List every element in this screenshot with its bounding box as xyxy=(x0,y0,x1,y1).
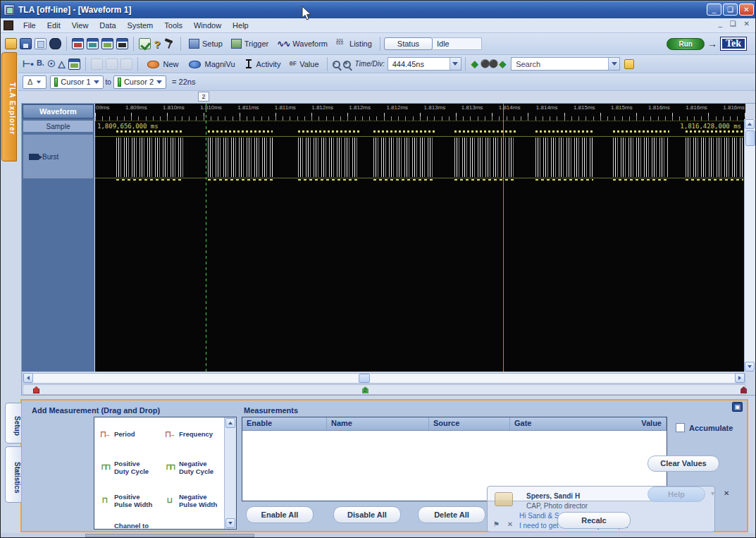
measurement-item[interactable]: PositiveDuty Cycle xyxy=(94,451,159,484)
paste-icon[interactable] xyxy=(120,59,132,70)
open-file-icon[interactable] xyxy=(5,38,17,49)
new-button[interactable]: New xyxy=(142,58,183,70)
trigger-button[interactable]: Trigger xyxy=(227,37,273,50)
help-close-icon[interactable]: ✕ xyxy=(724,489,729,497)
waveform-panel-label[interactable]: Waveform xyxy=(23,104,94,118)
list-scrollbar[interactable] xyxy=(224,417,236,529)
menu-item[interactable]: File xyxy=(18,19,42,32)
marker-strip[interactable]: 2 xyxy=(23,384,745,395)
menu-item[interactable]: Edit xyxy=(42,19,66,32)
measurement-listbox[interactable]: Period Frequency PositiveDuty Cycle xyxy=(94,417,237,530)
zoom-in-icon[interactable]: + xyxy=(343,61,351,68)
activity-button[interactable]: Activity xyxy=(240,57,285,71)
menu-item[interactable]: Tools xyxy=(159,19,188,32)
scroll-down-button[interactable] xyxy=(745,362,755,372)
note-icon[interactable] xyxy=(624,59,634,69)
listing-window-icon[interactable] xyxy=(116,38,128,49)
value-button[interactable]: 0F Value xyxy=(285,59,323,70)
minimize-button[interactable]: _ xyxy=(707,4,721,16)
measurement-item[interactable]: Period xyxy=(94,417,159,451)
breakpoint-icon[interactable]: B. xyxy=(37,59,44,70)
accumulate-checkbox[interactable] xyxy=(676,423,685,432)
search-dropdown[interactable] xyxy=(608,58,619,70)
measurement-item[interactable]: NegativeDuty Cycle xyxy=(159,451,224,484)
bulk-action-button[interactable]: Delete All xyxy=(418,506,485,523)
properties-icon[interactable] xyxy=(139,38,151,49)
search-prev-icon[interactable]: ◆ xyxy=(471,59,478,69)
end-marker-darkred[interactable] xyxy=(740,386,747,393)
menu-item[interactable]: System xyxy=(122,19,159,32)
measurement-item[interactable]: Pattern Match xyxy=(159,517,224,530)
horizontal-scroll-thumb[interactable] xyxy=(359,374,370,383)
list-scroll-down[interactable] xyxy=(225,518,235,528)
menu-item[interactable]: Window xyxy=(188,19,227,32)
waveform-horizontal-scrollbar[interactable] xyxy=(23,373,745,384)
bus-expand-icon[interactable] xyxy=(29,154,39,160)
search-next-icon[interactable]: ◆ xyxy=(499,59,506,69)
scroll-up-button[interactable] xyxy=(745,119,755,129)
menu-item[interactable]: Help xyxy=(227,19,254,32)
table-column-header[interactable]: Gate xyxy=(510,417,637,430)
cursor1-dropdown[interactable]: Cursor 1 xyxy=(50,75,103,89)
run-button[interactable]: Run xyxy=(667,38,704,50)
table-column-header[interactable]: Value xyxy=(637,417,667,430)
cursor2-dropdown[interactable]: Cursor 2 xyxy=(113,75,166,89)
system-icon[interactable]: ⊢• xyxy=(23,59,34,70)
copy-icon[interactable] xyxy=(106,59,118,70)
scroll-right-button[interactable] xyxy=(735,373,745,383)
save-icon[interactable] xyxy=(20,38,32,49)
binoculars-icon[interactable]: ⚫⚫ xyxy=(481,59,497,68)
setup-window-icon[interactable] xyxy=(72,38,84,49)
tla-explorer-tab[interactable]: TLA Explorer xyxy=(1,52,17,161)
waveform-button[interactable]: ∿∿ Waveform xyxy=(273,37,332,50)
vertical-scroll-thumb[interactable] xyxy=(745,130,755,146)
delta-tool-icon[interactable]: △ xyxy=(58,59,66,70)
table-column-header[interactable]: Enable xyxy=(242,417,327,430)
scroll-left-button[interactable] xyxy=(23,373,33,383)
restore-button[interactable]: ❏ xyxy=(723,4,738,16)
table-column-header[interactable]: Name xyxy=(327,417,429,430)
zoom-user-icon[interactable]: ☉ xyxy=(47,59,56,70)
timediv-combo[interactable]: 444.45ns xyxy=(388,57,461,71)
delta-button[interactable]: Δ xyxy=(23,75,47,89)
waveform-window-icon[interactable] xyxy=(101,38,113,49)
zoom-out-icon[interactable]: - xyxy=(333,61,340,68)
measurement-item[interactable]: Channel toChannel Delay xyxy=(94,517,159,530)
tab-statistics[interactable]: Statistics xyxy=(5,446,21,503)
search-combo[interactable]: Search xyxy=(511,57,620,71)
cursor2-line[interactable] xyxy=(206,104,206,372)
new-window-icon[interactable] xyxy=(68,59,80,70)
list-scroll-up[interactable] xyxy=(225,418,235,428)
notification-flag-close-icons[interactable]: ⚑ ✕ xyxy=(493,520,516,528)
setup-button[interactable]: Setup xyxy=(185,37,227,50)
cut-icon[interactable] xyxy=(91,59,103,70)
burst-row-label[interactable]: Burst xyxy=(23,134,94,179)
panel-collapse-button[interactable]: ▣ xyxy=(732,402,743,412)
waveform-data-area[interactable]: 09ms1.809ms1.810ms1.810ms1.811ms1.811ms1… xyxy=(95,104,745,372)
clear-values-button[interactable]: Clear Values xyxy=(647,456,719,472)
help-icon[interactable]: ? xyxy=(152,38,162,50)
child-window-controls[interactable]: _ ❏ ✕ xyxy=(719,20,752,27)
tools-hammer-icon[interactable] xyxy=(163,38,175,49)
waveform-vertical-scrollbar[interactable] xyxy=(744,119,755,372)
table-column-header[interactable]: Source xyxy=(429,417,510,430)
timediv-dropdown[interactable] xyxy=(450,58,461,70)
listing-button[interactable]: 101010 Listing xyxy=(332,37,376,50)
status-button[interactable]: Status xyxy=(384,37,433,50)
top-marker-2[interactable]: 2 xyxy=(198,92,209,102)
measurement-item[interactable]: PositivePulse Width xyxy=(94,484,159,517)
measurement-item[interactable]: Frequency xyxy=(159,417,224,451)
menu-item[interactable]: Data xyxy=(94,19,121,32)
close-button[interactable]: ✕ xyxy=(739,4,754,16)
menu-item[interactable]: View xyxy=(66,19,94,32)
trigger-marker-red[interactable] xyxy=(33,386,39,393)
magnivu-button[interactable]: MagniVu xyxy=(183,58,240,70)
trigger-window-icon[interactable] xyxy=(87,38,99,49)
bulk-action-button[interactable]: Disable All xyxy=(333,506,401,523)
recalc-button[interactable]: Recalc xyxy=(557,512,631,529)
bulk-action-button[interactable]: Enable All xyxy=(246,506,314,523)
print-icon[interactable] xyxy=(35,38,47,49)
cursor1-line[interactable] xyxy=(503,104,504,372)
sample-row-label[interactable]: Sample xyxy=(23,120,94,133)
panel-drag-bar[interactable] xyxy=(85,534,254,537)
